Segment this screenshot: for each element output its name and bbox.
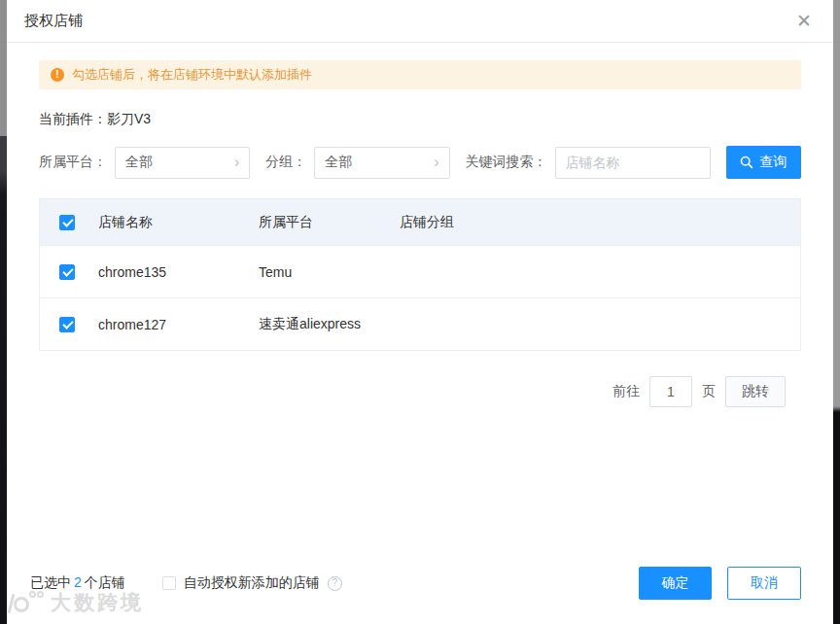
dialog-footer: 已选中2个店铺 自动授权新添加的店铺 ? 确定 取消: [30, 567, 801, 600]
pagination-page-label: 页: [702, 383, 716, 400]
selected-count: 2: [74, 574, 82, 590]
group-filter-label: 分组：: [265, 154, 306, 171]
select-all-checkbox[interactable]: [59, 215, 75, 230]
help-icon[interactable]: ?: [328, 576, 342, 591]
row-checkbox[interactable]: [59, 264, 75, 280]
platform-select[interactable]: 全部 ›: [115, 147, 250, 179]
chevron-right-icon: ›: [234, 155, 239, 170]
keyword-search-input[interactable]: [555, 147, 711, 179]
auto-auth-label: 自动授权新添加的店铺: [184, 574, 320, 592]
dialog-body: ! 勾选店铺后，将在店铺环境中默认添加插件 当前插件：影刀V3 所属平台： 全部…: [7, 43, 833, 407]
pagination-goto-label: 前往: [612, 383, 640, 400]
current-plugin-value: 影刀V3: [107, 111, 151, 126]
auto-auth-option: 自动授权新添加的店铺 ?: [162, 574, 342, 592]
search-icon: [740, 156, 753, 169]
filter-row: 所属平台： 全部 › 分组： 全部 › 关键词搜索： 查询: [39, 146, 801, 179]
selected-suffix: 个店铺: [85, 574, 125, 590]
confirm-button[interactable]: 确定: [639, 567, 712, 600]
table-row[interactable]: chrome135 Temu: [40, 245, 800, 297]
cancel-button[interactable]: 取消: [727, 567, 801, 600]
authorize-store-dialog: 授权店铺 ✕ ! 勾选店铺后，将在店铺环境中默认添加插件 当前插件：影刀V3 所…: [7, 0, 833, 624]
search-button-label: 查询: [759, 154, 787, 171]
store-name-cell: chrome127: [98, 317, 259, 332]
search-button[interactable]: 查询: [726, 146, 802, 179]
group-select[interactable]: 全部 ›: [314, 147, 449, 179]
selected-prefix: 已选中: [30, 574, 71, 590]
close-icon[interactable]: ✕: [792, 8, 816, 34]
pagination: 前往 页 跳转: [39, 376, 801, 407]
column-header-store-group: 店铺分组: [400, 214, 800, 231]
selected-count-info: 已选中2个店铺: [30, 574, 125, 592]
table-header-row: 店铺名称 所属平台 店铺分组: [40, 199, 800, 245]
current-plugin-label: 当前插件：: [39, 111, 107, 126]
chevron-right-icon: ›: [434, 155, 438, 170]
dialog-title: 授权店铺: [24, 12, 83, 30]
warning-banner: ! 勾选店铺后，将在店铺环境中默认添加插件: [39, 60, 801, 89]
jump-button[interactable]: 跳转: [725, 376, 786, 407]
platform-filter-label: 所属平台：: [39, 154, 107, 171]
column-header-store-name: 店铺名称: [98, 214, 259, 231]
store-table: 店铺名称 所属平台 店铺分组 chrome135 Temu chrome127 …: [39, 198, 801, 351]
row-checkbox[interactable]: [59, 317, 75, 332]
dialog-header: 授权店铺 ✕: [7, 0, 833, 43]
page-background-left: [0, 0, 7, 624]
keyword-search-label: 关键词搜索：: [466, 154, 547, 171]
page-background-right: [833, 0, 840, 624]
platform-cell: Temu: [259, 264, 400, 280]
warning-text: 勾选店铺后，将在店铺环境中默认添加插件: [72, 66, 312, 84]
current-plugin-line: 当前插件：影刀V3: [39, 111, 801, 128]
auto-auth-checkbox[interactable]: [162, 576, 176, 590]
platform-select-value: 全部: [125, 154, 153, 171]
table-row[interactable]: chrome127 速卖通aliexpress: [40, 297, 800, 350]
store-name-cell: chrome135: [98, 264, 259, 280]
platform-cell: 速卖通aliexpress: [259, 316, 400, 333]
page-number-input[interactable]: [649, 376, 692, 407]
warning-icon: !: [51, 68, 64, 82]
column-header-platform: 所属平台: [259, 214, 400, 231]
group-select-value: 全部: [325, 154, 352, 171]
